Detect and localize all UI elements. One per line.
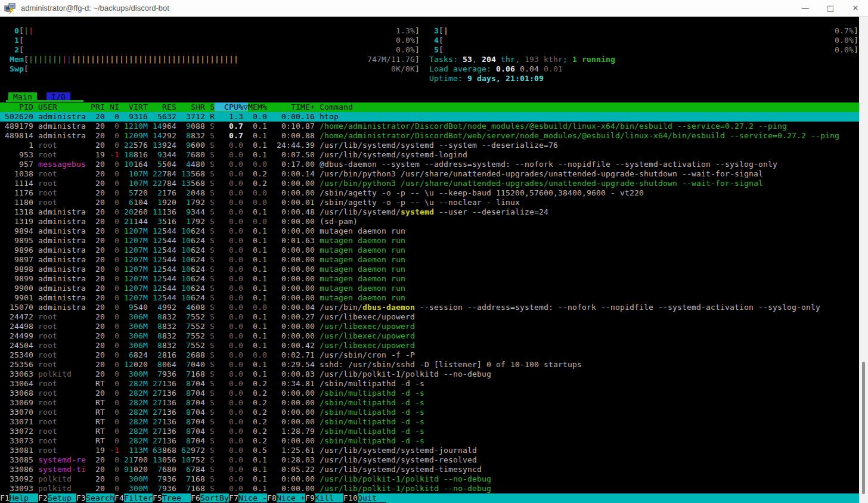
meter-mem: Mem[||||||||||||||||||||||||||||||||||||… (0, 55, 420, 64)
process-row-33086[interactable]: 33086 systemd-ti 20 0 91020 7680 6784 S … (0, 465, 482, 474)
process-command: (sd-pam) (320, 217, 358, 226)
close-button[interactable]: ✕ (843, 0, 868, 16)
column-header-pid[interactable]: PID (0, 103, 38, 111)
process-row-957[interactable]: 957 messagebus 20 0 10164 5504 4480 S 0.… (0, 160, 777, 169)
process-command: /usr/lib/systemd/systemd-logind (320, 150, 467, 159)
fkey-label: F4 (114, 493, 124, 502)
process-row-1318[interactable]: 1318 administra 20 0 20260 11136 9344 S … (0, 207, 548, 217)
process-row-1319[interactable]: 1319 administra 20 0 21144 3516 1792 S 0… (0, 217, 358, 226)
process-row-489814[interactable]: 489814 administra 20 0 1209M 14292 8832 … (0, 131, 839, 141)
meter-swp: Swp[0K/0K] (0, 64, 420, 74)
process-row-24499[interactable]: 24499 root 20 0 306M 8832 7552 S 0.0 0.1… (0, 331, 415, 341)
process-row-15070[interactable]: 15070 administra 20 0 9540 4992 4608 S 0… (0, 303, 820, 312)
process-row-1176[interactable]: 1176 root 20 0 5720 2176 2048 S 0.0 0.0 … (0, 188, 644, 198)
process-row-1114[interactable]: 1114 root 20 0 107M 22784 13568 S 0.0 0.… (0, 179, 763, 188)
process-command: mutagen daemon run (320, 236, 405, 245)
fkey-action: Nice + (277, 493, 305, 502)
fkey-f9[interactable]: F9Kill (305, 493, 343, 503)
tab-main[interactable]: Main (8, 92, 37, 101)
process-command: mutagen daemon run (320, 284, 405, 293)
process-command: /usr/lib/systemd/systemd-journald (320, 446, 477, 455)
process-command: /sbin/agetty -o -p -- \u --keep-baud 115… (320, 188, 644, 197)
column-header-pri[interactable]: PRI (86, 103, 105, 111)
fkey-f2[interactable]: F2Setup (38, 493, 76, 503)
process-row-33064[interactable]: 33064 root RT 0 282M 27136 8704 S 0.0 0.… (0, 379, 424, 389)
process-row-1[interactable]: 1 root 20 0 22576 13924 9600 S 0.0 0.1 2… (0, 141, 558, 150)
column-header-user[interactable]: USER (38, 103, 86, 111)
process-row-33092[interactable]: 33092 polkitd 20 0 300M 7936 7168 S 0.0 … (0, 474, 491, 484)
process-row-33063[interactable]: 33063 polkitd 20 0 300M 7936 7168 S 0.0 … (0, 370, 491, 379)
fkey-label: F2 (38, 493, 48, 502)
maximize-button[interactable]: □ (818, 0, 843, 16)
scrollbar-track[interactable] (859, 17, 868, 503)
process-command: /usr/libexec/upowerd (320, 331, 415, 340)
process-row-33081[interactable]: 33081 root 19 -1 113M 63868 62972 S 0.0 … (0, 446, 477, 455)
process-row-502620[interactable]: 502620 administra 20 0 9316 5632 3712 R … (0, 112, 859, 122)
process-row-33069[interactable]: 33069 root RT 0 282M 27136 8704 S 0.0 0.… (0, 398, 424, 408)
meter-value: 0.0% (396, 36, 415, 45)
fkey-label: F8 (267, 493, 277, 502)
fkey-f10[interactable]: F10Quit (343, 493, 386, 503)
process-row-24472[interactable]: 24472 root 20 0 306M 8832 7552 S 0.0 0.1… (0, 312, 415, 322)
process-row-9900[interactable]: 9900 administra 20 0 1207M 12544 10624 S… (0, 284, 405, 293)
minimize-button[interactable]: — (793, 0, 818, 16)
fkey-f8[interactable]: F8Nice + (267, 493, 305, 503)
fkey-label: F3 (76, 493, 86, 502)
fkey-f1[interactable]: F1Help (0, 493, 38, 503)
fkey-f4[interactable]: F4Filter (114, 493, 153, 503)
process-row-9894[interactable]: 9894 administra 20 0 1207M 12544 10624 S… (0, 226, 405, 236)
process-row-9899[interactable]: 9899 administra 20 0 1207M 12544 10624 S… (0, 274, 405, 284)
process-row-1038[interactable]: 1038 root 20 0 107M 22784 13568 S 0.0 0.… (0, 169, 763, 179)
process-row-25356[interactable]: 25356 root 20 0 12020 8064 7040 S 0.0 0.… (0, 360, 582, 370)
process-row-33085[interactable]: 33085 systemd-re 20 0 21700 13056 10752 … (0, 455, 477, 465)
column-header-time[interactable]: TIME+ (267, 103, 315, 111)
column-header-ni[interactable]: NI (105, 103, 119, 111)
process-row-9895[interactable]: 9895 administra 20 0 1207M 12544 10624 S… (0, 236, 405, 246)
process-command: sshd: /usr/sbin/sshd -D [listener] 0 of … (320, 360, 582, 369)
column-header-virt[interactable]: VIRT (119, 103, 148, 111)
column-header-state[interactable]: S (205, 103, 215, 111)
process-row-9898[interactable]: 9898 administra 20 0 1207M 12544 10624 S… (0, 265, 405, 274)
fkey-f7[interactable]: F7Nice - (229, 493, 267, 503)
fkey-f6[interactable]: F6SortBy (191, 493, 229, 503)
fkey-action: Setup (48, 493, 76, 502)
process-command: /usr/lib/systemd/systemd --system --dese… (320, 141, 558, 150)
column-header-mem[interactable]: MEM% (248, 103, 267, 111)
process-row-33068[interactable]: 33068 root 20 0 282M 27136 8704 S 0.0 0.… (0, 389, 424, 398)
meter-bars: ||||||||||||||||||||||||||||||||||||||||… (29, 55, 238, 64)
process-row-953[interactable]: 953 root 19 -1 18816 9344 7680 S 0.0 0.1… (0, 150, 467, 160)
process-row-9897[interactable]: 9897 administra 20 0 1207M 12544 10624 S… (0, 255, 405, 265)
process-row-1180[interactable]: 1180 root 20 0 6104 1920 1792 S 0.0 0.0 … (0, 198, 520, 207)
process-row-33073[interactable]: 33073 root RT 0 282M 27136 8704 S 0.0 0.… (0, 436, 424, 446)
meter-value: 0K/0K (391, 64, 415, 74)
process-row-9896[interactable]: 9896 administra 20 0 1207M 12544 10624 S… (0, 246, 405, 255)
process-row-33070[interactable]: 33070 root RT 0 282M 27136 8704 S 0.0 0.… (0, 408, 424, 417)
process-row-24498[interactable]: 24498 root 20 0 306M 8832 7552 S 0.0 0.1… (0, 322, 415, 331)
process-row-24504[interactable]: 24504 root 20 0 306M 8832 7552 S 0.0 0.1… (0, 341, 415, 350)
scrollbar-thumb[interactable] (862, 362, 865, 494)
meter-cpu-0: 0[||1.3%] (0, 26, 420, 36)
fkey-label: F5 (153, 493, 162, 502)
process-command: /usr/libexec/upowerd (320, 312, 415, 321)
process-command: /usr/bin/python3 /usr/share/unattended-u… (320, 169, 763, 178)
fkey-action: SortBy (200, 493, 229, 502)
column-header-cpu[interactable]: CPU%▽ (215, 103, 248, 111)
column-header-res[interactable]: RES (148, 103, 176, 111)
process-row-33071[interactable]: 33071 root RT 0 282M 27136 8704 S 0.0 0.… (0, 417, 424, 427)
meter-value: 0.0% (835, 36, 854, 45)
process-row-25340[interactable]: 25340 root 20 0 6824 2816 2688 S 0.0 0.0… (0, 350, 415, 360)
tab-io[interactable]: I/O (46, 92, 70, 101)
process-row-489179[interactable]: 489179 administra 20 0 1210M 14964 9088 … (0, 122, 787, 131)
fkey-action: Nice - (238, 493, 267, 502)
column-header-shr[interactable]: SHR (176, 103, 205, 111)
process-command: mutagen daemon run (320, 293, 405, 302)
process-row-33093[interactable]: 33093 polkitd 20 0 300M 7936 7168 S 0.0 … (0, 484, 491, 493)
meter-value: 747M/11.7G (367, 55, 415, 64)
process-row-33072[interactable]: 33072 root RT 0 282M 27136 8704 S 0.0 0.… (0, 427, 424, 436)
column-header-command[interactable]: Command (315, 103, 353, 111)
screen-tabs: Main I/O (8, 92, 70, 101)
fkey-f5[interactable]: F5Tree (153, 493, 191, 503)
fkey-action: Kill (315, 493, 343, 502)
fkey-f3[interactable]: F3Search (76, 493, 114, 503)
process-row-9901[interactable]: 9901 administra 20 0 1207M 12544 10624 S… (0, 293, 405, 303)
